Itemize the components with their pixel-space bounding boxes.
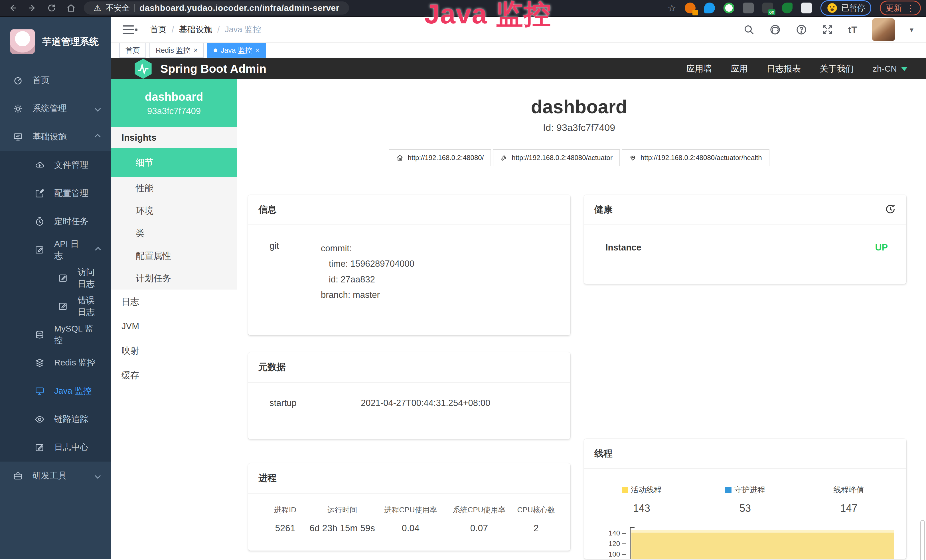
process-card: 进程 进程ID5261 运行时间6d 23h 15m 59s 进程CPU使用率0… bbox=[248, 463, 570, 551]
sba-brand[interactable]: Spring Boot Admin bbox=[133, 58, 266, 79]
sidebar-item-label: API 日志 bbox=[54, 238, 86, 262]
close-icon[interactable]: × bbox=[256, 46, 260, 54]
sba-app-header[interactable]: dashboard 93a3fc7f7409 bbox=[111, 79, 237, 127]
avatar-caret-icon[interactable]: ▾ bbox=[910, 26, 914, 34]
legend-peak-threads: 线程峰值 147 bbox=[797, 485, 900, 515]
legend-swatch-yellow bbox=[622, 487, 628, 493]
history-icon[interactable] bbox=[885, 203, 896, 216]
service-url-link[interactable]: http://192.168.0.2:48080/ bbox=[389, 149, 491, 166]
sba-item-config-props[interactable]: 配置属性 bbox=[111, 244, 237, 267]
sidebar-item-scheduled-jobs[interactable]: 定时任务 bbox=[0, 207, 111, 236]
tab-java-monitor[interactable]: Java 监控× bbox=[207, 43, 266, 58]
back-icon[interactable] bbox=[8, 3, 18, 13]
breadcrumb-infra[interactable]: 基础设施 bbox=[179, 24, 212, 35]
sidebar-item-redis-monitor[interactable]: Redis 监控 bbox=[0, 349, 111, 377]
sidebar-item-system[interactable]: 系统管理 bbox=[0, 94, 111, 123]
sidebar-item-file-manage[interactable]: 文件管理 bbox=[0, 151, 111, 179]
actuator-url-link[interactable]: http://192.168.0.2:48080/actuator bbox=[493, 149, 620, 166]
sba-item-mappings[interactable]: 映射 bbox=[111, 339, 237, 363]
sba-item-caches[interactable]: 缓存 bbox=[111, 363, 237, 388]
threads-card: 线程 活动线程 143 守护进程 bbox=[584, 439, 906, 559]
chrome-update-button[interactable]: 更新 ⋮ bbox=[880, 1, 921, 15]
font-size-icon[interactable]: tT bbox=[848, 24, 857, 35]
instance-links: http://192.168.0.2:48080/ http://192.168… bbox=[248, 149, 910, 166]
sba-item-scheduled-tasks[interactable]: 计划任务 bbox=[111, 267, 237, 289]
extension-icon-6[interactable] bbox=[782, 3, 793, 14]
paused-extension-badge[interactable]: 已暂停 bbox=[820, 0, 871, 16]
extension-icon-3[interactable] bbox=[723, 3, 734, 14]
sidebar-item-mysql-monitor[interactable]: MySQL 监控 bbox=[0, 320, 111, 349]
forward-icon[interactable] bbox=[27, 3, 37, 13]
extension-icon-4[interactable] bbox=[743, 3, 754, 14]
card-title: 健康 bbox=[594, 203, 613, 216]
sba-item-details[interactable]: 细节 bbox=[111, 148, 237, 177]
browser-menu-icon[interactable]: ⋮ bbox=[906, 3, 915, 13]
sidebar-item-label: 访问日志 bbox=[77, 266, 100, 290]
sidebar-item-java-monitor[interactable]: Java 监控 bbox=[0, 377, 111, 405]
gear-icon bbox=[13, 104, 23, 114]
home-icon[interactable] bbox=[66, 3, 76, 13]
legend-label: 活动线程 bbox=[631, 485, 662, 495]
sba-item-loggers[interactable]: 日志 bbox=[111, 289, 237, 314]
avatar[interactable] bbox=[872, 18, 895, 41]
sba-item-jvm[interactable]: JVM bbox=[111, 314, 237, 339]
search-icon[interactable] bbox=[743, 24, 755, 35]
tab-redis-monitor[interactable]: Redis 监控× bbox=[150, 43, 204, 58]
chart-plot-area bbox=[630, 527, 894, 559]
sba-item-beans[interactable]: 类 bbox=[111, 222, 237, 244]
health-card: 健康 Instance UP bbox=[584, 195, 906, 284]
cloud-upload-icon bbox=[35, 160, 44, 170]
breadcrumb-separator: / bbox=[217, 25, 219, 35]
sidebar-item-config-manage[interactable]: 配置管理 bbox=[0, 179, 111, 207]
puzzle-extension-icon[interactable] bbox=[801, 3, 812, 14]
breadcrumb-current: Java 监控 bbox=[225, 24, 261, 35]
sidebar-item-dev-tools[interactable]: 研发工具 bbox=[0, 462, 111, 490]
sidebar-item-infra[interactable]: 基础设施 bbox=[0, 123, 111, 151]
sba-sidebar: dashboard 93a3fc7f7409 Insights 细节 性能 环境… bbox=[111, 79, 237, 559]
reload-icon[interactable] bbox=[47, 3, 56, 13]
fullscreen-icon[interactable] bbox=[822, 24, 833, 35]
sidebar-item-error-log[interactable]: 错误日志 bbox=[0, 292, 111, 320]
sba-item-metrics[interactable]: 性能 bbox=[111, 177, 237, 200]
tab-home[interactable]: 首页 bbox=[119, 43, 146, 58]
sidebar-item-tracing[interactable]: 链路追踪 bbox=[0, 405, 111, 433]
help-icon[interactable] bbox=[796, 24, 807, 35]
hamburger-icon[interactable] bbox=[123, 25, 134, 35]
process-table: 进程ID5261 运行时间6d 23h 15m 59s 进程CPU使用率0.04… bbox=[262, 505, 559, 533]
topbar: 首页 / 基础设施 / Java 监控 tT ▾ bbox=[111, 17, 926, 42]
sidebar-item-label: 系统管理 bbox=[33, 103, 67, 114]
breadcrumb-home[interactable]: 首页 bbox=[150, 24, 166, 35]
locale-label: zh-CN bbox=[873, 64, 897, 74]
sba-item-environment[interactable]: 环境 bbox=[111, 200, 237, 222]
locale-selector[interactable]: zh-CN bbox=[873, 64, 908, 74]
sba-nav-about[interactable]: 关于我们 bbox=[820, 63, 854, 75]
sidebar-item-label: Redis 监控 bbox=[54, 357, 95, 369]
sba-nav-applications[interactable]: 应用 bbox=[731, 63, 748, 75]
url-separator bbox=[134, 4, 135, 12]
process-col-value: 0.07 bbox=[445, 523, 513, 533]
sba-nav-wallboard[interactable]: 应用墙 bbox=[686, 63, 712, 75]
card-title: 线程 bbox=[594, 447, 613, 460]
health-url-link[interactable]: http://192.168.0.2:48080/actuator/health bbox=[622, 149, 769, 166]
sba-nav-journal[interactable]: 日志报表 bbox=[767, 63, 801, 75]
sidebar-item-home[interactable]: 首页 bbox=[0, 66, 111, 94]
extension-badge bbox=[692, 10, 698, 15]
monitor-icon bbox=[35, 386, 44, 396]
extension-icon-2[interactable] bbox=[704, 3, 715, 14]
address-bar[interactable]: ⚠ 不安全 dashboard.yudao.iocoder.cn/infra/a… bbox=[84, 2, 349, 15]
sidebar-item-log-center[interactable]: 日志中心 bbox=[0, 433, 111, 462]
heartbeat-icon bbox=[629, 154, 637, 162]
threads-legend: 活动线程 143 守护进程 53 线程峰值 bbox=[590, 485, 900, 515]
sidebar-item-api-log[interactable]: API 日志 bbox=[0, 236, 111, 264]
edit-icon bbox=[58, 273, 68, 283]
github-icon[interactable] bbox=[769, 24, 781, 35]
sidebar-item-label: 配置管理 bbox=[54, 188, 88, 199]
sidebar-item-access-log[interactable]: 访问日志 bbox=[0, 264, 111, 292]
bookmark-star-icon[interactable]: ☆ bbox=[667, 2, 676, 14]
sba-logo-icon bbox=[133, 58, 153, 79]
extension-icon-5[interactable]: on bbox=[762, 3, 773, 14]
sba-item-label: 缓存 bbox=[121, 369, 139, 381]
scrollbar-thumb[interactable] bbox=[920, 520, 925, 560]
extension-icon-1[interactable] bbox=[685, 3, 696, 14]
close-icon[interactable]: × bbox=[194, 46, 198, 54]
